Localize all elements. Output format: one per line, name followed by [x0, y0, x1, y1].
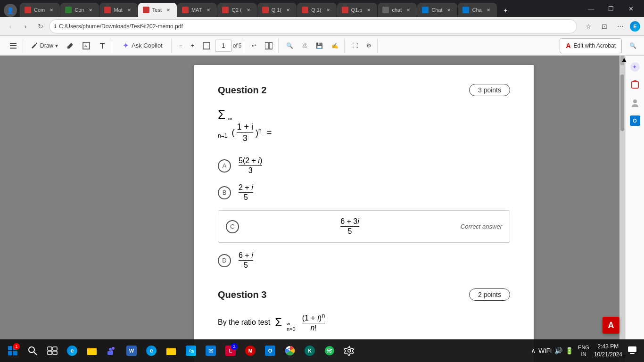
pdf-scrollbar[interactable]: ▲ ▼: [619, 56, 625, 362]
info-icon: ℹ: [54, 23, 56, 29]
taskbar-files-button[interactable]: [162, 341, 180, 360]
tab-con1[interactable]: Con ✕: [60, 3, 99, 17]
taskbar-mail-button[interactable]: ✉: [202, 341, 220, 360]
tab-chat1[interactable]: chat ✕: [378, 3, 417, 17]
fit-page-button[interactable]: [199, 39, 214, 53]
tab-q1b[interactable]: Q 1( ✕: [297, 3, 336, 17]
pdf-scrollbar-thumb[interactable]: [620, 74, 624, 131]
settings-pdf-button[interactable]: ⚙: [363, 39, 375, 53]
edge-sidebar-shopping-icon[interactable]: [627, 77, 643, 92]
tab-close-q10[interactable]: ✕: [284, 6, 292, 14]
taskbar-edge2-button[interactable]: e: [142, 341, 160, 360]
tab-close-mat1[interactable]: ✕: [125, 6, 133, 14]
start-button[interactable]: 1: [4, 341, 22, 360]
taskbar-settings-button[interactable]: [340, 341, 358, 360]
split-view-button[interactable]: ⊡: [598, 20, 611, 33]
forward-button[interactable]: ›: [19, 20, 32, 33]
acrobat-float-icon[interactable]: A: [603, 317, 619, 334]
tab-com1[interactable]: Com ✕: [20, 3, 60, 17]
taskbar-chrome-button[interactable]: [281, 341, 299, 360]
global-search-button[interactable]: 🔍: [626, 39, 640, 53]
zoom-out-button[interactable]: −: [175, 39, 186, 53]
tab-q2[interactable]: Q2 ( ✕: [217, 3, 256, 17]
svg-rect-0: [10, 43, 17, 44]
taskbar-search-button[interactable]: [24, 341, 41, 360]
edge-sidebar-copilot-icon[interactable]: ✦: [627, 59, 643, 74]
profile-avatar[interactable]: 👤: [4, 4, 17, 17]
taskbar-spotify-button[interactable]: [321, 341, 339, 360]
tab-close-test[interactable]: ✕: [165, 6, 172, 14]
page-number-input[interactable]: 1: [215, 40, 232, 52]
taskbar-edge-button[interactable]: e: [63, 341, 81, 360]
tab-close-com1[interactable]: ✕: [48, 6, 55, 14]
minimize-button[interactable]: —: [582, 1, 601, 16]
tab-test[interactable]: Test ✕: [138, 3, 177, 17]
sidebar-toggle-button[interactable]: [6, 39, 21, 53]
window-controls: — ❐ ✕: [582, 1, 640, 16]
tab-close-chat1[interactable]: ✕: [405, 6, 412, 14]
option-a-denominator: 3: [248, 166, 253, 175]
volume-icon[interactable]: 🔊: [554, 347, 562, 354]
reload-button[interactable]: ↻: [34, 20, 47, 33]
tab-title-chat1: chat: [392, 7, 402, 13]
tab-mat2[interactable]: MAT ✕: [177, 3, 217, 17]
edge-icon: e: [67, 346, 77, 356]
language-indicator[interactable]: ENG IN: [575, 344, 592, 358]
tab-q10[interactable]: Q 1( ✕: [257, 3, 297, 17]
notification-center-button[interactable]: [624, 341, 640, 360]
eraser-button[interactable]: [63, 39, 78, 53]
taskbar-teams-button[interactable]: [103, 341, 121, 360]
textbox-button[interactable]: A: [79, 39, 94, 53]
pdf-main-area[interactable]: Question 2 3 points Σ ∞n=1 ( 1 + i 3 )n …: [108, 56, 619, 362]
sign-button[interactable]: ✍: [328, 39, 342, 53]
more-button[interactable]: ⋯: [614, 20, 627, 33]
system-tray: ∧ WiFi 🔊 🔋: [531, 347, 573, 354]
two-page-button[interactable]: [261, 39, 276, 53]
option-b: B 2 + i 5: [218, 183, 510, 202]
tab-close-q2[interactable]: ✕: [245, 6, 252, 14]
ask-copilot-button[interactable]: ✦ Ask Copilot: [116, 39, 169, 53]
fullscreen-button[interactable]: ⛶: [348, 39, 362, 53]
save-button[interactable]: 💾: [312, 39, 327, 53]
tab-close-mat2[interactable]: ✕: [205, 6, 212, 14]
address-bar[interactable]: ℹ C:/Users/phume/Downloads/Test%202-memo…: [49, 19, 577, 33]
taskbar-mcafee-button[interactable]: M: [241, 341, 259, 360]
network-icon[interactable]: WiFi: [538, 347, 552, 354]
battery-icon[interactable]: 🔋: [565, 347, 573, 354]
edit-with-acrobat-button[interactable]: A Edit with Acrobat: [560, 38, 622, 53]
taskbar-store-button[interactable]: 🛍: [182, 341, 200, 360]
tab-close-q1p[interactable]: ✕: [365, 6, 372, 14]
rotate-button[interactable]: ↩: [248, 39, 260, 53]
tab-cha3[interactable]: Cha ✕: [458, 3, 496, 17]
draw-button[interactable]: Draw ▾: [27, 39, 62, 53]
taskbar-word-button[interactable]: W: [123, 341, 140, 360]
tab-mat1[interactable]: Mat ✕: [99, 3, 137, 17]
back-button[interactable]: ‹: [4, 20, 17, 33]
pdf-search-button[interactable]: 🔍: [282, 39, 297, 53]
tab-close-cha2[interactable]: ✕: [445, 6, 453, 14]
print-button[interactable]: 🖨: [298, 39, 311, 53]
tab-cha2[interactable]: Chat ✕: [417, 3, 457, 17]
taskbar-lexis-button[interactable]: L 2: [222, 341, 239, 360]
edge-copilot-button[interactable]: E: [630, 21, 640, 32]
format-button[interactable]: [95, 39, 110, 53]
edge-sidebar-profile-icon[interactable]: [627, 95, 643, 110]
tab-close-cha3[interactable]: ✕: [485, 6, 492, 14]
taskbar-outlook-button[interactable]: O: [261, 341, 279, 360]
edge-sidebar-outlook-icon[interactable]: O: [627, 113, 643, 128]
restore-button[interactable]: ❐: [602, 1, 620, 16]
tab-q1p[interactable]: Q1.p ✕: [337, 3, 378, 17]
new-tab-button[interactable]: +: [499, 4, 512, 17]
tray-expand-icon[interactable]: ∧: [531, 347, 536, 354]
zoom-in-button[interactable]: +: [187, 39, 198, 53]
taskbar-explorer-button[interactable]: [83, 341, 101, 360]
task-view-button[interactable]: [43, 341, 61, 360]
favorites-button[interactable]: ☆: [582, 20, 595, 33]
tab-close-con1[interactable]: ✕: [87, 6, 94, 14]
taskbar-kaspersky-button[interactable]: K: [301, 341, 319, 360]
close-button[interactable]: ✕: [621, 1, 640, 16]
tab-close-q1b[interactable]: ✕: [324, 6, 332, 14]
scroll-up-button[interactable]: ▲: [620, 56, 624, 65]
clock[interactable]: 2:43 PM 10/21/2024: [594, 343, 622, 359]
acrobat-icon[interactable]: A: [603, 317, 619, 334]
